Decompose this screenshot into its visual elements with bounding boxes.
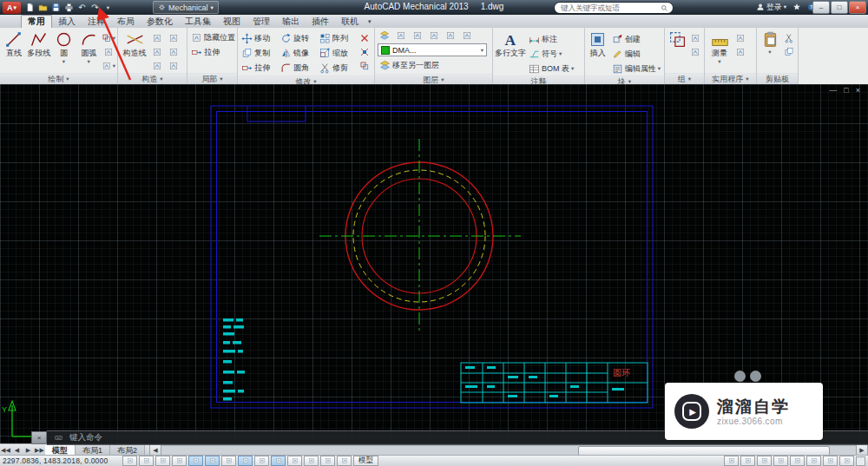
offset-tool-button[interactable] [358,60,372,72]
draw-extra-tool-button-2[interactable]: ▾ [102,60,115,72]
edit-attributes-button[interactable]: 编辑属性▾ [610,62,662,75]
redo-button[interactable]: ↷ [89,1,102,14]
new-button[interactable] [23,1,36,14]
save-button[interactable] [49,1,62,14]
panel-utilities-label[interactable]: 实用程序▾ [705,73,756,84]
ortho-mode-toggle[interactable] [172,456,187,466]
drawing-minimize-button[interactable]: — [829,87,837,95]
tab-layout[interactable]: 布局 [111,16,141,28]
layer-state-button-2[interactable] [411,30,424,42]
object-snap-toggle[interactable] [205,456,220,466]
grid-display-toggle[interactable] [155,456,170,466]
copy-tool-button[interactable]: 复制 [240,46,279,60]
group-button[interactable] [667,30,687,73]
dynamic-input-toggle[interactable] [271,456,286,466]
workspace-switching-button[interactable] [806,456,821,466]
tab-view[interactable]: 视图 [217,16,247,28]
model-space-button[interactable]: 模型 [353,456,378,466]
scale-tool-button[interactable]: 缩放 [318,46,357,60]
array-tool-button[interactable]: 阵列 [318,31,357,45]
close-button[interactable]: × [849,1,866,14]
mirror-tool-button[interactable]: 镜像 [279,46,318,60]
panel-construction-label[interactable]: 构造▾ [118,73,187,84]
edit-block-button[interactable]: 编辑 [610,47,662,61]
annotation-visibility-button[interactable] [773,456,788,466]
arc-tool-button[interactable]: 圆弧▾ [76,30,101,73]
rectangle-tool-button[interactable]: ▾ [102,32,115,44]
panel-detail-label[interactable]: 局部▾ [187,73,237,84]
tab-parametric[interactable]: 参数化 [141,16,179,28]
application-menu-button[interactable]: A▾ [3,2,21,14]
search-icon[interactable] [661,4,668,12]
symbol-tool-button[interactable]: 符号▾ [527,47,575,61]
constru­ct-tool-button-3[interactable] [150,46,164,58]
create-block-button[interactable]: 创建 [610,32,662,46]
ungroup-button[interactable] [688,32,702,44]
paste-button[interactable]: ▾ [759,30,781,73]
quick-view-layouts-button[interactable] [724,456,739,466]
tab-home[interactable]: 常用 [21,15,52,28]
fillet-tool-button[interactable]: 圆角 [279,61,318,75]
tab-toolsets[interactable]: 工具集 [179,16,217,28]
plot-button[interactable] [62,1,76,14]
construct-tool-button-6[interactable] [167,60,181,72]
polar-tracking-toggle[interactable] [188,456,203,466]
draw-extra-tool-button-1[interactable] [102,46,115,58]
autoscale-button[interactable] [790,456,805,466]
object-snap-tracking-toggle[interactable] [238,456,253,466]
selection-cycling-toggle[interactable] [337,456,352,466]
3d-object-snap-toggle[interactable] [221,456,236,466]
circle-tool-button[interactable]: 圆▾ [52,30,76,73]
drawing-restore-button[interactable]: □ [844,87,848,95]
lineweight-toggle[interactable] [287,456,302,466]
measure-tool-button[interactable]: 测量▾ [707,30,733,73]
layer-state-button-5[interactable] [460,30,474,42]
annotation-scale-button[interactable] [757,456,772,466]
tab-annotate[interactable]: 注释 [82,16,111,28]
move-tool-button[interactable]: 移动 [240,31,279,45]
hide-situation-tool-button[interactable]: 隐藏位置 [189,30,235,44]
quick-access-customize-button[interactable]: ▾ [102,1,115,14]
tab-manage[interactable]: 管理 [247,16,276,28]
copy-clip-button[interactable] [782,46,796,58]
stretch-tool-button[interactable]: 拉伸 [240,61,279,75]
construct-tool-button-4[interactable] [167,46,181,58]
transparency-toggle[interactable] [304,456,319,466]
layer-state-button-1[interactable] [394,30,408,42]
toolbar-lock-button[interactable] [823,456,838,466]
bom-table-tool-button[interactable]: BOM 表▾ [527,62,575,75]
tab-output[interactable]: 输出 [276,16,306,28]
infer-constraints-toggle[interactable] [122,456,137,466]
search-input[interactable] [559,3,658,13]
construct-tool-button-5[interactable] [150,60,164,72]
trim-tool-button[interactable]: 修剪 [318,61,357,75]
mtext-tool-button[interactable]: 多行文字 [495,30,526,75]
construction-line-tool-button[interactable]: 构造线 [120,30,149,73]
rotate-tool-button[interactable]: 旋转 [279,31,318,45]
clean-screen-button[interactable] [839,456,854,466]
status-bar-menu-button[interactable] [856,456,865,466]
layer-select[interactable]: DMA... ▾ [378,43,487,56]
tab-insert[interactable]: 插入 [52,16,82,28]
quick-view-drawings-button[interactable] [740,456,755,466]
panel-group-label[interactable]: 组▾ [665,73,704,84]
minimize-button[interactable]: – [812,1,830,14]
layer-state-button-3[interactable] [427,30,441,42]
group-edit-button[interactable] [688,46,702,58]
calculator-button[interactable] [733,46,747,58]
ribbon-minimize-button[interactable]: ▾ [368,18,372,25]
quick-properties-toggle[interactable] [320,456,335,466]
detail-stretch-tool-button[interactable]: 拉伸 [189,45,235,59]
workspace-switcher[interactable]: Mechanical ▾ [153,1,219,14]
layer-state-button-4[interactable] [444,30,457,42]
exchange-star-icon[interactable] [792,3,801,11]
dimension-tool-button[interactable]: 标注 [527,32,575,46]
construct-tool-button-2[interactable] [167,32,181,44]
signin-button[interactable]: 登录 ▾ [756,2,786,13]
command-line-close-button[interactable]: × [31,431,47,444]
open-button[interactable] [36,1,49,14]
tab-online[interactable]: 联机 [335,16,365,28]
snap-mode-toggle[interactable] [139,456,154,466]
drawing-close-button[interactable]: × [856,87,860,95]
tab-plugins[interactable]: 插件 [306,16,335,28]
